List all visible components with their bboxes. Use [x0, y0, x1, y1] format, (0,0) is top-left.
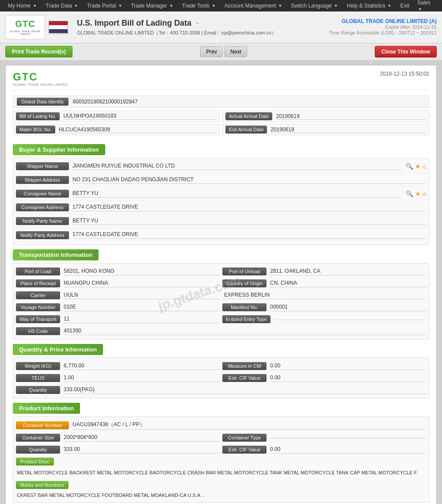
voyage-manifest-row: Voyage Number 010E Manifest No. 000001 [16, 302, 426, 313]
next-button-top[interactable]: Next [225, 46, 247, 57]
consignee-home-icon[interactable]: ⌂ [423, 190, 426, 197]
page-title: U.S. Import Bill of Lading Data - [77, 19, 324, 28]
top-navigation: My Home▼ Trade Data▼ Trade Portal▼ Trade… [0, 0, 442, 11]
port-unload-col: Port of Unload 2811, OAKLAND, CA [222, 266, 426, 277]
container-size-type-row: Container Size 2000*806*800 Container Ty… [16, 432, 426, 443]
container-type-label: Container Type [222, 434, 267, 442]
esti-arrival-row: Esti Arrival Date 20190619 [222, 124, 429, 135]
search-icon[interactable]: 🔍 [406, 163, 413, 170]
container-number-label: Container Number [16, 421, 69, 429]
bol-no-value: UULNHPOA19050183 [63, 113, 217, 120]
transportation-section: Transportation Information Port of Load … [13, 245, 429, 340]
transportation-header: Transportation Information [13, 249, 99, 260]
doc-logo: GTC GLOBAL TRADE ONLINE LIMITED [13, 71, 68, 86]
print-button-top[interactable]: Print Trade Record(s) [5, 46, 72, 57]
container-number-value: UACU3947438（AC / L / PP） [72, 421, 426, 430]
esti-cif-label: Esti. CIF Value [222, 374, 267, 382]
notify-party-address-row: Notify Party Address 1774 CASTLEGATE DRI… [16, 229, 426, 242]
quantity-label: Quantity [16, 386, 60, 394]
container-size-col: Container Size 2000*806*800 [16, 432, 220, 443]
expire-date: Expire After 2019-12-31 [329, 24, 437, 30]
container-type-col: Container Type [222, 432, 426, 443]
quantity-price-section: Quantity & Price Information Weight (KG)… [13, 340, 429, 398]
container-size-label: Container Size [16, 434, 60, 442]
global-identity-row: Global Data Identity 6003201906210000192… [13, 95, 429, 108]
inbond-label: In-bond Entry Type [222, 315, 271, 323]
carrier-row: Carrier UULN EXPRESS BERLIN [16, 290, 426, 301]
nav-trade-tools[interactable]: Trade Tools▼ [178, 1, 220, 11]
shipper-name-icons: 🔍 ★ ⌂ [406, 163, 426, 170]
manifest-col: Manifest No. 000001 [222, 302, 426, 313]
bol-no-row: Bill of Lading No. UULNHPOA19050183 [13, 111, 220, 122]
carrier-value: UULN [64, 292, 220, 299]
weight-label: Weight (KG) [16, 362, 60, 370]
page-title-area: U.S. Import Bill of Lading Data - GLOBAL… [77, 19, 324, 36]
receipt-label: Place of Receipt [16, 279, 60, 287]
transport-col: Way of Transport 11 [16, 314, 220, 325]
nav-account-management[interactable]: Account Management▼ [220, 1, 287, 11]
consignee-name-row: Consignee Name BETTY YU 🔍 ★ ⌂ [16, 188, 426, 201]
teus-col: TEUS 1.00 [16, 373, 220, 383]
nav-trade-manager[interactable]: Trade Manager▼ [126, 1, 178, 11]
voyage-label: Voyage Number [16, 303, 60, 311]
prev-button-top[interactable]: Prev [200, 46, 223, 57]
nav-exit[interactable]: Exit [396, 1, 414, 11]
port-row: Port of Load 58201, HONG KONG Port of Un… [16, 266, 426, 277]
consignee-address-label: Consignee Address [16, 203, 69, 211]
nav-help-statistics[interactable]: Help & Statistics▼ [342, 1, 396, 11]
consignee-search-icon[interactable]: 🔍 [406, 190, 413, 197]
shipper-name-row: Shipper Name JIANGMEN RUIYUE INDUSTRIAL … [16, 161, 426, 173]
hs-code-row: HS Code 401390 [16, 326, 426, 336]
esti-arrival-label: Esti Arrival Date [225, 126, 267, 134]
shipper-address-value: NO 231 CHAOLIAN DADAO PENGJIAN DISTRICT [72, 176, 426, 184]
container-number-row: Container Number UACU3947438（AC / L / PP… [16, 420, 426, 431]
carrier-name-col: EXPRESS BERLIN [222, 290, 426, 301]
port-unload-value: 2811, OAKLAND, CA [270, 268, 426, 275]
consignee-star-icon[interactable]: ★ [415, 190, 421, 197]
shipper-name-value: JIANGMEN RUIYUE INDUSTRIAL CO LTD [72, 163, 402, 170]
nav-my-home[interactable]: My Home▼ [4, 1, 41, 11]
consignee-name-label: Consignee Name [16, 190, 69, 198]
doc-logo-sub: GLOBAL TRADE ONLINE LIMITED [13, 83, 68, 86]
voyage-value: 010E [64, 304, 220, 311]
quantity-row: Quantity 333.00(PKG) [16, 385, 426, 395]
logo-text: GTC [8, 19, 43, 29]
close-button-top[interactable]: Close This Window [375, 46, 437, 57]
teus-value: 1.00 [64, 374, 220, 382]
receipt-value: HUANGPU CHINA [64, 280, 220, 287]
nav-trade-data[interactable]: Trade Data▼ [41, 1, 83, 11]
hs-code-label: HS Code [16, 327, 60, 335]
bol-row: Bill of Lading No. UULNHPOA19050183 Actu… [13, 111, 429, 122]
mater-bol-label: Mater BOL No. [16, 126, 55, 134]
carrier-col: Carrier UULN [16, 290, 220, 301]
product-qty-label: Quantity [16, 446, 60, 454]
shipper-address-label: Shipper Address [16, 176, 69, 184]
star-icon[interactable]: ★ [415, 163, 421, 170]
home-icon[interactable]: ⌂ [423, 163, 426, 170]
product-qty-value: 333.00 [64, 446, 220, 454]
nav-trade-portal[interactable]: Trade Portal▼ [83, 1, 127, 11]
carrier-name-value: EXPRESS BERLIN [222, 292, 426, 299]
doc-logo-text: GTC [13, 71, 38, 83]
ldr-range: Time Range Accessible (LDR)：200712 ~ 201… [329, 30, 437, 36]
weight-measure-row: Weight (KG) 6,770.00 Measure in CM 0.00 [16, 361, 426, 371]
voyage-col: Voyage Number 010E [16, 302, 220, 313]
esti-cif-value: 0.00 [270, 374, 426, 382]
teus-label: TEUS [16, 374, 60, 382]
document-card: jp.gtdata.com GTC GLOBAL TRADE ONLINE LI… [5, 65, 437, 504]
manifest-value: 000001 [270, 304, 426, 311]
actual-arrival-label: Actual Arrival Date [225, 112, 272, 120]
nav-switch-language[interactable]: Switch Language▼ [286, 1, 342, 11]
mater-bol-value: HLCUCA4190560309 [59, 126, 217, 133]
port-load-col: Port of Load 58201, HONG KONG [16, 266, 220, 277]
notify-party-address-value: 1774 CASTLEGATE DRIVE [72, 231, 426, 239]
shipper-name-label: Shipper Name [16, 162, 69, 170]
inbond-col: In-bond Entry Type [222, 314, 426, 325]
product-cif-col: Esti. CIF Value 0.00 [222, 444, 426, 455]
product-info-box: Container Number UACU3947438（AC / L / PP… [13, 416, 429, 503]
consignee-address-row: Consignee Address 1774 CASTLEGATE DRIVE [16, 202, 426, 214]
receipt-origin-row: Place of Receipt HUANGPU CHINA Country o… [16, 278, 426, 289]
global-identity-label: Global Data Identity [17, 98, 69, 106]
us-flag-icon [49, 21, 68, 34]
nav-sales[interactable]: Sales ▼ [414, 0, 438, 14]
